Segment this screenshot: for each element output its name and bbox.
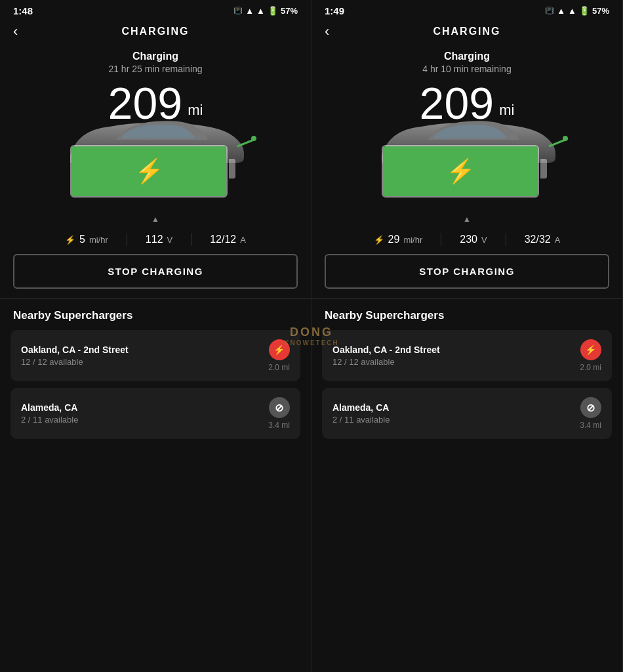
stat-value-1: 230 [460, 234, 477, 245]
nearby-title: Nearby Superchargers [0, 309, 311, 330]
bolt-icon: ⚡ [65, 235, 75, 245]
supercharger-distance-0: 2.0 mi [268, 363, 290, 372]
stat-item-1: 230 V [460, 234, 487, 245]
supercharger-info-0: Oakland, CA - 2nd Street 12 / 12 availab… [332, 345, 580, 367]
wifi-icon: ▲ [557, 6, 565, 16]
miles-unit: mi [495, 102, 514, 118]
status-bar: 1:49 📳 ▲ ▲ 🔋 57% [312, 0, 622, 19]
lightning-icon: ⚡ [446, 159, 475, 183]
charging-label: Charging [0, 51, 311, 62]
vibrate-icon: 📳 [545, 7, 554, 15]
supercharger-name-0: Oakland, CA - 2nd Street [21, 345, 268, 355]
supercharger-card-1[interactable]: Alameda, CA 2 / 11 available ⊘ 3.4 mi [10, 388, 300, 439]
miles-value: 209 [420, 78, 494, 128]
expand-arrow[interactable]: ▲ [312, 215, 622, 224]
stat-item-2: 12/12 A [210, 234, 246, 245]
status-time: 1:48 [13, 5, 33, 16]
stats-row: ⚡ 5 mi/hr 112 V 12/12 A [0, 224, 311, 254]
signal-icon: ▲ [256, 6, 265, 16]
supercharger-distance-1: 3.4 mi [268, 421, 290, 430]
header: ‹ CHARGING [312, 19, 622, 43]
svg-point-11 [563, 136, 568, 141]
stat-divider [127, 233, 127, 246]
phone-panel-left: 1:48 📳 ▲ ▲ 🔋 57% ‹ CHARGING Charging 21 … [0, 0, 312, 672]
supercharger-icon-unavail: ⊘ [580, 397, 601, 418]
stat-item-1: 112 V [146, 234, 172, 245]
battery-fill: ⚡ [383, 146, 538, 196]
stat-value-1: 112 [146, 234, 163, 245]
stat-item-0: ⚡ 5 mi/hr [65, 234, 108, 245]
nearby-title: Nearby Superchargers [312, 309, 622, 330]
stat-divider [506, 233, 506, 246]
supercharger-name-0: Oakland, CA - 2nd Street [332, 345, 580, 355]
stat-divider [441, 233, 441, 246]
supercharger-distance-1: 3.4 mi [580, 421, 601, 430]
supercharger-icon-red: ⚡ [580, 339, 601, 360]
stat-unit-0: mi/hr [89, 235, 108, 245]
status-bar: 1:48 📳 ▲ ▲ 🔋 57% [0, 0, 311, 19]
back-button[interactable]: ‹ [13, 23, 18, 40]
svg-point-5 [251, 136, 256, 141]
supercharger-availability-1: 2 / 11 available [21, 415, 268, 425]
status-icons: 📳 ▲ ▲ 🔋 57% [233, 6, 298, 16]
battery-icon: 🔋 [579, 6, 590, 16]
car-battery-section: 209 mi [0, 68, 311, 212]
supercharger-right-0: ⚡ 2.0 mi [268, 339, 290, 372]
stat-unit-2: A [555, 235, 561, 245]
supercharger-right-0: ⚡ 2.0 mi [580, 339, 601, 372]
battery-indicator: ⚡ [70, 145, 241, 198]
vibrate-icon: 📳 [233, 7, 243, 15]
bolt-icon: ⚡ [374, 235, 384, 245]
page-title: CHARGING [433, 26, 500, 37]
back-button[interactable]: ‹ [325, 23, 329, 40]
battery-fill: ⚡ [71, 146, 226, 196]
stat-unit-1: V [481, 235, 487, 245]
stat-value-2: 12/12 [210, 234, 236, 245]
supercharger-info-1: Alameda, CA 2 / 11 available [21, 402, 268, 425]
supercharger-name-1: Alameda, CA [21, 402, 268, 413]
supercharger-right-1: ⊘ 3.4 mi [268, 397, 290, 430]
lightning-icon: ⚡ [134, 159, 164, 183]
supercharger-icon-red: ⚡ [269, 339, 290, 360]
stat-unit-2: A [240, 235, 246, 245]
supercharger-right-1: ⊘ 3.4 mi [580, 397, 601, 430]
supercharger-distance-0: 2.0 mi [580, 363, 601, 372]
battery-body: ⚡ [382, 145, 539, 198]
wifi-icon: ▲ [245, 6, 254, 16]
section-divider [0, 298, 311, 299]
stat-value-0: 29 [388, 234, 400, 245]
stop-charging-button[interactable]: STOP CHARGING [325, 254, 609, 289]
charging-label: Charging [312, 51, 622, 62]
expand-arrow[interactable]: ▲ [0, 215, 311, 224]
miles-unit: mi [184, 102, 203, 118]
stat-divider [191, 233, 191, 246]
signal-icon: ▲ [568, 6, 576, 16]
battery-tip [540, 159, 547, 178]
stat-value-0: 5 [79, 234, 85, 245]
section-divider [312, 298, 622, 299]
battery-tip [229, 159, 235, 178]
battery-pct: 57% [281, 6, 298, 16]
stat-unit-0: mi/hr [403, 235, 422, 245]
battery-icon: 🔋 [268, 6, 278, 16]
supercharger-card-0[interactable]: Oakland, CA - 2nd Street 12 / 12 availab… [10, 330, 300, 381]
stop-charging-button[interactable]: STOP CHARGING [13, 254, 298, 289]
battery-body: ⚡ [70, 145, 228, 198]
supercharger-availability-1: 2 / 11 available [332, 415, 580, 425]
car-battery-section: 209 mi [312, 68, 622, 212]
battery-pct: 57% [592, 6, 609, 16]
miles-display: 209 mi [420, 81, 515, 125]
supercharger-availability-0: 12 / 12 available [332, 357, 580, 367]
status-time: 1:49 [325, 5, 344, 16]
stat-item-2: 32/32 A [525, 234, 561, 245]
supercharger-info-1: Alameda, CA 2 / 11 available [332, 402, 580, 425]
supercharger-card-0[interactable]: Oakland, CA - 2nd Street 12 / 12 availab… [322, 330, 612, 381]
stat-unit-1: V [167, 235, 173, 245]
supercharger-card-1[interactable]: Alameda, CA 2 / 11 available ⊘ 3.4 mi [322, 388, 612, 439]
status-icons: 📳 ▲ ▲ 🔋 57% [545, 6, 609, 16]
stats-row: ⚡ 29 mi/hr 230 V 32/32 A [312, 224, 622, 254]
phone-panel-right: 1:49 📳 ▲ ▲ 🔋 57% ‹ CHARGING Charging 4 h… [312, 0, 623, 672]
supercharger-info-0: Oakland, CA - 2nd Street 12 / 12 availab… [21, 345, 268, 367]
supercharger-name-1: Alameda, CA [332, 402, 580, 413]
page-title: CHARGING [121, 26, 189, 37]
